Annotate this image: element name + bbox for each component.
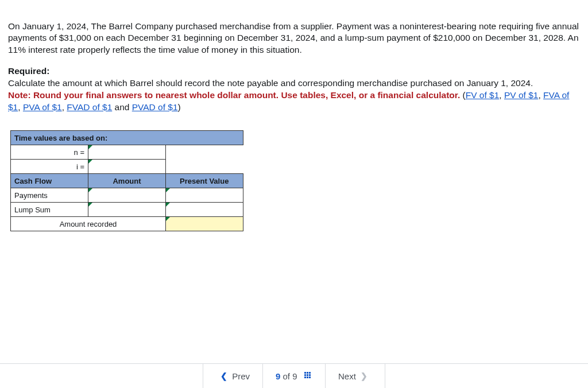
next-button[interactable]: Next ❯ xyxy=(326,364,385,388)
note-warning: Note: Round your final answers to neares… xyxy=(8,90,460,100)
col-header-pv: Present Value xyxy=(166,174,243,188)
prev-label: Prev xyxy=(232,371,250,381)
question-content: On January 1, 2024, The Barrel Company p… xyxy=(0,0,588,231)
amount-recorded-input[interactable] xyxy=(166,217,243,231)
chevron-right-icon: ❯ xyxy=(361,371,368,381)
i-input[interactable] xyxy=(88,160,166,174)
link-pva-of-1[interactable]: PVA of $1 xyxy=(23,102,62,112)
col-header-cashflow: Cash Flow xyxy=(11,174,88,188)
n-input[interactable] xyxy=(88,145,166,160)
required-label: Required: xyxy=(8,66,49,76)
paren-close: ) xyxy=(178,102,181,112)
row-label-payments: Payments xyxy=(11,188,88,203)
lump-pv-input[interactable] xyxy=(166,203,243,217)
required-block: Required: Calculate the amount at which … xyxy=(8,65,580,114)
link-pv-of-1[interactable]: PV of $1 xyxy=(504,90,538,100)
scenario-paragraph: On January 1, 2024, The Barrel Company p… xyxy=(8,21,580,57)
paren-open: ( xyxy=(460,90,465,100)
payments-amount-input[interactable] xyxy=(88,188,166,203)
link-fvad-of-1[interactable]: FVAD of $1 xyxy=(67,102,112,112)
next-label: Next xyxy=(338,371,356,381)
n-label: n = xyxy=(11,145,88,160)
payments-pv-input[interactable] xyxy=(166,188,243,203)
lump-amount-input[interactable] xyxy=(88,203,166,217)
chevron-left-icon: ❮ xyxy=(220,371,227,381)
link-pvad-of-1[interactable]: PVAD of $1 xyxy=(132,102,178,112)
table-title: Time values are based on: xyxy=(11,131,243,145)
pagination-footer: ❮ Prev 9 of 9 Next ❯ xyxy=(0,363,588,388)
prev-button[interactable]: ❮ Prev xyxy=(203,364,263,388)
page-total: 9 xyxy=(292,371,297,381)
page-current: 9 xyxy=(276,371,280,381)
time-value-table: Time values are based on: n = i = Cash F… xyxy=(10,130,580,231)
col-header-amount: Amount xyxy=(88,174,166,188)
row-label-lump: Lump Sum xyxy=(11,203,88,217)
page-counter: 9 of 9 xyxy=(263,364,326,388)
i-label: i = xyxy=(11,160,88,174)
link-fv-of-1[interactable]: FV of $1 xyxy=(466,90,500,100)
row-label-recorded: Amount recorded xyxy=(11,217,166,231)
grid-icon[interactable] xyxy=(304,372,312,380)
required-text: Calculate the amount at which Barrel sho… xyxy=(8,78,533,88)
